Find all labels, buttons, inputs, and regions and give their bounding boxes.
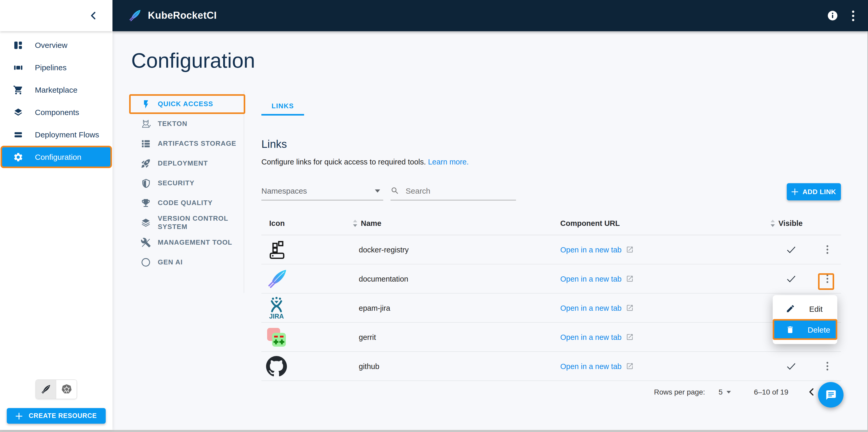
content-area: Configuration QUICK ACCESS TEKTON [113, 31, 868, 430]
submenu-item-label: CODE QUALITY [158, 199, 213, 207]
namespaces-select[interactable]: Namespaces [261, 186, 383, 200]
rows-per-page-label: Rows per page: [654, 388, 705, 396]
pipelines-icon [12, 62, 24, 73]
open-in-new-tab-link[interactable]: Open in a new tab [560, 245, 621, 254]
view-toggle-group [35, 379, 77, 399]
context-menu-edit[interactable]: Edit [773, 298, 837, 319]
sidebar-item-label: Pipelines [35, 63, 67, 72]
submenu-item-label: MANAGEMENT TOOL [158, 238, 232, 247]
submenu-item-label: VERSION CONTROL SYSTEM [158, 214, 241, 231]
submenu-item-tekton[interactable]: TEKTON [129, 114, 245, 134]
jira-icon: JIRA [261, 296, 351, 319]
create-resource-label: CREATE RESOURCE [29, 412, 97, 420]
sort-arrows-icon[interactable] [771, 220, 775, 227]
submenu-item-label: GEN AI [158, 258, 183, 266]
caret-down-icon [375, 189, 380, 192]
chat-fab-button[interactable] [818, 382, 843, 407]
sidebar-nav: Overview Pipelines Marketplace Component… [0, 31, 113, 379]
learn-more-link[interactable]: Learn more. [428, 158, 469, 166]
row-actions-kebab-button[interactable] [823, 360, 831, 373]
documentation-feather-icon [261, 268, 351, 290]
submenu-item-label: SECURITY [158, 179, 194, 187]
sidebar-collapse-button[interactable] [88, 9, 99, 22]
kubernetes-icon [61, 384, 72, 395]
sidebar-footer: CREATE RESOURCE [0, 379, 113, 430]
column-header-name[interactable]: Name [351, 219, 553, 228]
add-link-button[interactable]: ADD LINK [787, 183, 841, 200]
sidebar: Overview Pipelines Marketplace Component… [0, 0, 113, 430]
pencil-icon [786, 304, 795, 313]
search-input[interactable] [405, 186, 500, 196]
sidebar-item-deployment-flows[interactable]: Deployment Flows [0, 123, 113, 146]
visible-checkmark-icon [769, 362, 813, 371]
submenu-item-deployment[interactable]: DEPLOYMENT [129, 154, 245, 173]
sidebar-item-label: Overview [35, 41, 67, 49]
rows-per-page-select[interactable]: 5 [719, 388, 731, 396]
row-context-menu: Edit Delete [773, 295, 837, 344]
context-menu-delete[interactable]: Delete [773, 319, 837, 340]
configuration-submenu: QUICK ACCESS TEKTON ARTIFACTS STORAGE [113, 91, 244, 293]
docker-registry-icon [261, 239, 351, 260]
context-menu-delete-label: Delete [808, 325, 830, 334]
add-link-label: ADD LINK [802, 188, 836, 196]
sort-arrows-icon[interactable] [353, 220, 357, 227]
sidebar-item-configuration[interactable]: Configuration [1, 146, 112, 168]
sidebar-item-label: Configuration [35, 153, 81, 161]
submenu-item-quick-access[interactable]: QUICK ACCESS [129, 94, 245, 114]
submenu-item-gen-ai[interactable]: GEN AI [129, 253, 245, 272]
row-actions-kebab-button[interactable] [823, 243, 831, 256]
previous-page-button[interactable] [807, 387, 816, 397]
header-menu-button[interactable] [852, 10, 855, 21]
kubernetes-view-toggle-button[interactable] [56, 380, 76, 399]
submenu-item-management-tool[interactable]: MANAGEMENT TOOL [129, 233, 245, 253]
table-row: documentation Open in a new tab [261, 264, 841, 294]
open-in-new-tab-link[interactable]: Open in a new tab [560, 274, 621, 283]
row-actions-kebab-button-open[interactable] [823, 272, 831, 285]
shopping-cart-icon [12, 84, 24, 96]
table-row: JIRA epam-jira Open in a new tab [261, 294, 841, 323]
sidebar-item-components[interactable]: Components [0, 101, 113, 123]
create-resource-button[interactable]: CREATE RESOURCE [7, 408, 106, 424]
github-icon [261, 356, 351, 376]
search-icon [391, 186, 399, 195]
submenu-item-label: DEPLOYMENT [158, 159, 208, 168]
open-in-new-tab-link[interactable]: Open in a new tab [560, 362, 621, 370]
open-in-new-tab-link[interactable]: Open in a new tab [560, 304, 621, 312]
gerrit-icon [261, 327, 351, 347]
sidebar-item-pipelines[interactable]: Pipelines [0, 56, 113, 78]
krci-view-toggle-button[interactable] [36, 380, 56, 399]
page-title: Configuration [131, 49, 868, 72]
tab-links[interactable]: LINKS [261, 97, 304, 115]
namespaces-select-value: Namespaces [261, 186, 307, 195]
links-description: Configure links for quick access to requ… [261, 157, 841, 167]
shield-icon [141, 178, 151, 189]
info-button[interactable] [827, 10, 838, 21]
submenu-item-security[interactable]: SECURITY [129, 173, 245, 193]
sidebar-item-marketplace[interactable]: Marketplace [0, 78, 113, 101]
kuberocketci-logo-icon [128, 9, 142, 22]
open-in-new-tab-link[interactable]: Open in a new tab [560, 333, 621, 341]
column-header-icon: Icon [261, 219, 351, 228]
plus-icon [16, 412, 22, 419]
chevron-left-icon [90, 11, 97, 20]
sidebar-header [0, 0, 113, 31]
column-header-visible[interactable]: Visible [769, 219, 813, 228]
trophy-icon [141, 198, 151, 208]
sidebar-item-label: Deployment Flows [35, 130, 99, 139]
table-row: gerrit Open in a new tab [261, 323, 841, 352]
submenu-item-code-quality[interactable]: CODE QUALITY [129, 193, 245, 213]
sidebar-item-label: Components [35, 108, 79, 117]
gear-icon [12, 151, 24, 163]
table-row: github Open in a new tab [261, 352, 841, 381]
sidebar-item-overview[interactable]: Overview [0, 34, 113, 56]
storage-list-icon [141, 138, 151, 149]
overview-icon [12, 39, 24, 51]
link-name: docker-registry [351, 245, 553, 254]
external-link-icon [626, 275, 633, 283]
chevron-left-icon [807, 387, 816, 397]
column-header-url: Component URL [553, 219, 769, 228]
kebab-menu-icon [852, 10, 855, 21]
submenu-item-artifacts-storage[interactable]: ARTIFACTS STORAGE [129, 134, 245, 154]
external-link-icon [626, 362, 633, 370]
submenu-item-version-control-system[interactable]: VERSION CONTROL SYSTEM [129, 213, 245, 233]
